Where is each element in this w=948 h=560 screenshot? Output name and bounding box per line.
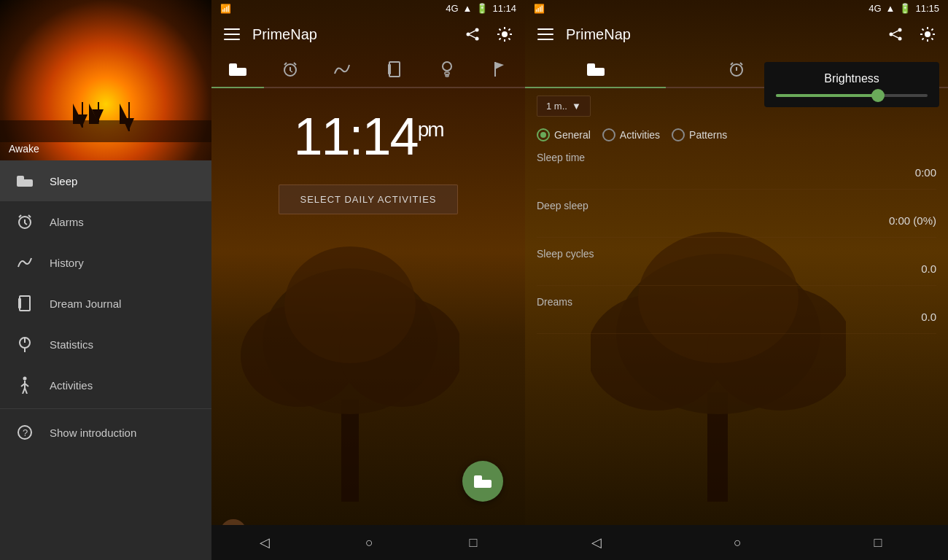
menu-icon-p2[interactable]: [220, 23, 244, 46]
status-bar-panel2: 📶 4G ▲ 🔋 11:14: [211, 0, 525, 17]
stat-row-deep-sleep: Deep sleep 0:00 (0%): [537, 190, 936, 238]
menu-dream-journal-label: Dream Journal: [50, 298, 121, 310]
home-button-p3[interactable]: ○: [719, 529, 756, 556]
stat-deep-sleep-label: Deep sleep: [537, 200, 936, 211]
svg-point-29: [467, 33, 470, 36]
svg-line-17: [25, 388, 27, 394]
menu-activities-label: Activities: [50, 379, 93, 392]
svg-line-4: [25, 223, 27, 225]
status-bar-panel3: 📶 4G ▲ 🔋 11:15: [525, 0, 948, 17]
svg-line-83: [731, 63, 733, 65]
tab-flag-p2[interactable]: [473, 52, 525, 87]
boat-2: [98, 102, 99, 122]
menu-statistics-label: Statistics: [50, 338, 93, 351]
svg-line-46: [290, 71, 292, 72]
svg-line-47: [284, 63, 287, 65]
share-icon-p3[interactable]: [884, 23, 907, 46]
menu-icon-p3[interactable]: [534, 23, 557, 46]
tab-alarm-p2[interactable]: [264, 52, 316, 87]
tab-book-p2[interactable]: [368, 52, 421, 87]
brightness-slider-track[interactable]: [776, 94, 928, 97]
stat-dreams-value: 0.0: [537, 311, 936, 323]
tab-sleep-p2[interactable]: [211, 52, 264, 87]
svg-rect-26: [224, 34, 240, 35]
sleep-screen: 📶 4G ▲ 🔋 11:14 PrimeNap: [211, 0, 525, 560]
clock-display: 11:14pm: [293, 110, 443, 163]
clock-time: 11:14: [293, 107, 417, 166]
stat-sleep-time-value: 0:00: [537, 166, 936, 179]
stats-content: 1 m.. ▼ General Activities Patterns: [525, 88, 948, 525]
nav-bar-p2: ◁ ○ □: [211, 525, 525, 560]
brightness-icon-p3[interactable]: [916, 23, 939, 46]
svg-rect-62: [537, 28, 553, 30]
svg-rect-49: [389, 62, 400, 77]
svg-point-51: [443, 62, 451, 71]
status-bar-right-p3: 4G ▲ 🔋 11:15: [869, 3, 939, 14]
home-button-p2[interactable]: ○: [351, 529, 388, 556]
svg-point-65: [898, 28, 902, 32]
svg-text:?: ?: [23, 427, 28, 438]
hero-image: Awake: [0, 0, 211, 160]
stat-row-sleep-time: Sleep time 0:00: [537, 141, 936, 190]
menu-item-sleep[interactable]: Sleep: [0, 160, 211, 201]
recent-button-p2[interactable]: □: [454, 529, 492, 556]
svg-line-77: [931, 29, 933, 31]
alarms-icon: [15, 211, 35, 232]
stat-sleep-cycles-value: 0.0: [537, 262, 936, 275]
back-button-p2[interactable]: ◁: [245, 529, 284, 556]
svg-point-70: [925, 31, 930, 37]
svg-rect-63: [537, 34, 553, 35]
back-button-p3[interactable]: ◁: [577, 529, 616, 556]
menu-show-intro-label: Show introduction: [50, 427, 136, 439]
status-bar-left-p3: 📶: [534, 4, 545, 14]
radio-activities[interactable]: Activities: [602, 128, 660, 141]
stat-row-sleep-cycles: Sleep cycles 0.0: [537, 238, 936, 286]
svg-line-84: [740, 63, 742, 65]
menu-item-show-intro[interactable]: ? Show introduction: [0, 412, 211, 453]
time-label-p3: 11:15: [915, 3, 939, 14]
tab-lightbulb-p2[interactable]: [421, 52, 473, 87]
brightness-icon-p2[interactable]: [493, 23, 516, 46]
svg-rect-8: [18, 298, 21, 308]
notification-icon-p3: 📶: [534, 4, 545, 14]
sleep-fab-p2[interactable]: [462, 461, 503, 502]
svg-point-30: [475, 37, 479, 41]
menu-sleep-label: Sleep: [50, 175, 77, 187]
menu-item-dream-journal[interactable]: Dream Journal: [0, 283, 211, 324]
recent-button-p3[interactable]: □: [859, 529, 896, 556]
nav-bar-p3: ◁ ○ □: [525, 525, 948, 560]
drawer-menu: Awake Sleep Alarms: [0, 0, 211, 560]
brightness-slider-thumb[interactable]: [871, 89, 885, 102]
menu-item-history[interactable]: History: [0, 242, 211, 283]
statistics-screen: 📶 4G ▲ 🔋 11:15 PrimeNap: [525, 0, 948, 560]
period-dropdown[interactable]: 1 m.. ▼: [537, 96, 591, 117]
svg-rect-64: [537, 39, 553, 40]
menu-list: Sleep Alarms History: [0, 160, 211, 560]
menu-item-alarms[interactable]: Alarms: [0, 201, 211, 242]
awake-status-label: Awake: [9, 143, 39, 155]
tab-chart-p2[interactable]: [316, 52, 368, 87]
battery-icon-p2: 🔋: [476, 3, 488, 14]
svg-point-67: [898, 37, 902, 41]
svg-line-32: [470, 35, 475, 38]
radio-general[interactable]: General: [537, 128, 591, 141]
menu-item-activities[interactable]: Activities: [0, 365, 211, 405]
svg-line-76: [931, 38, 933, 39]
menu-item-statistics[interactable]: Statistics: [0, 324, 211, 365]
radio-patterns[interactable]: Patterns: [672, 128, 727, 141]
appbar-panel2: PrimeNap: [211, 17, 525, 52]
tab-sleep-p3[interactable]: [525, 52, 666, 87]
network-label-p3: 4G: [869, 3, 881, 14]
battery-icon-p3: 🔋: [899, 3, 911, 14]
signal-icon-p3: ▲: [886, 3, 895, 14]
show-intro-icon: ?: [15, 422, 35, 443]
sleep-icon: [15, 171, 35, 191]
statistics-icon: [15, 334, 35, 354]
svg-rect-56: [474, 475, 482, 482]
dream-journal-icon: [15, 293, 35, 314]
share-icon-p2[interactable]: [461, 23, 484, 46]
radio-circle-patterns: [672, 128, 685, 141]
signal-icon-p2: ▲: [463, 3, 473, 14]
svg-line-38: [500, 29, 501, 31]
select-activities-button[interactable]: SELECT DAILY ACTIVITIES: [279, 184, 457, 214]
